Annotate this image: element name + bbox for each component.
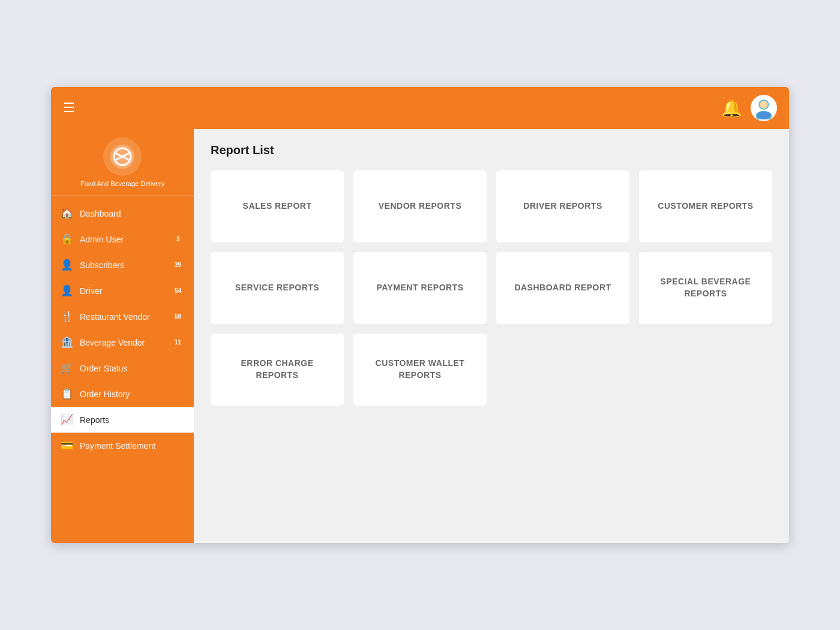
- sidebar-item-payment-settlement[interactable]: 💳Payment Settlement: [51, 433, 194, 458]
- beverage-vendor-icon: 🏦: [61, 336, 73, 349]
- report-card-label-customer-reports: CUSTOMER REPORTS: [658, 200, 753, 212]
- report-card-label-error-charge-reports: ERROR CHARGE REPORTS: [220, 358, 334, 381]
- sidebar-label-payment-settlement: Payment Settlement: [80, 441, 184, 451]
- sidebar-item-order-history[interactable]: 📋Order History: [51, 381, 194, 407]
- sidebar-label-subscribers: Subscribers: [80, 260, 164, 270]
- dashboard-icon: 🏠: [61, 207, 73, 220]
- report-card-label-service-reports: SERVICE REPORTS: [235, 282, 319, 294]
- sidebar: Food And Beverage Delivery 🏠Dashboard🔒Ad…: [51, 129, 194, 543]
- report-card-dashboard-report[interactable]: DASHBOARD REPORT: [496, 252, 629, 324]
- svg-point-3: [757, 112, 771, 119]
- sidebar-item-driver[interactable]: 👤Driver54: [51, 278, 194, 304]
- sidebar-item-order-status[interactable]: 🛒Order Status: [51, 355, 194, 381]
- report-card-payment-reports[interactable]: PAYMENT REPORTS: [353, 252, 487, 324]
- sidebar-label-beverage-vendor: Beverage Vendor: [80, 338, 164, 347]
- report-card-empty2: [639, 334, 772, 406]
- hamburger-icon[interactable]: ☰: [63, 100, 75, 116]
- report-grid: SALES REPORTVENDOR REPORTSDRIVER REPORTS…: [211, 170, 772, 406]
- sidebar-label-order-status: Order Status: [80, 364, 184, 373]
- report-card-label-special-beverage-reports: SPECIAL BEVERAGE REPORTS: [649, 276, 763, 299]
- admin-user-icon: 🔒: [61, 233, 73, 245]
- app-name-label: Food And Beverage Delivery: [80, 179, 164, 188]
- sidebar-item-restaurant-vendor[interactable]: 🍴Restaurant Vendor58: [51, 304, 194, 329]
- report-card-service-reports[interactable]: SERVICE REPORTS: [211, 252, 344, 324]
- badge-beverage-vendor: 11: [172, 338, 184, 346]
- header-left: ☰: [63, 100, 75, 116]
- report-card-error-charge-reports[interactable]: ERROR CHARGE REPORTS: [211, 334, 344, 406]
- avatar[interactable]: [751, 95, 777, 121]
- main-content: Report List SALES REPORTVENDOR REPORTSDR…: [194, 129, 789, 543]
- sidebar-logo-area: Food And Beverage Delivery: [51, 129, 194, 196]
- badge-restaurant-vendor: 58: [172, 313, 184, 320]
- top-header: ☰ 🔔: [51, 87, 789, 129]
- app-body: Food And Beverage Delivery 🏠Dashboard🔒Ad…: [51, 129, 789, 543]
- report-card-special-beverage-reports[interactable]: SPECIAL BEVERAGE REPORTS: [639, 252, 772, 324]
- report-card-label-payment-reports: PAYMENT REPORTS: [376, 282, 463, 294]
- app-window: ☰ 🔔: [51, 87, 789, 543]
- report-card-driver-reports[interactable]: DRIVER REPORTS: [496, 170, 629, 242]
- driver-icon: 👤: [61, 284, 73, 297]
- sidebar-item-reports[interactable]: 📈Reports: [51, 407, 194, 433]
- report-card-customer-reports[interactable]: CUSTOMER REPORTS: [639, 170, 772, 242]
- badge-subscribers: 39: [172, 261, 184, 269]
- badge-driver: 54: [172, 287, 184, 295]
- sidebar-item-subscribers[interactable]: 👤Subscribers39: [51, 252, 194, 278]
- page-title: Report List: [211, 143, 772, 157]
- order-history-icon: 📋: [61, 388, 73, 400]
- header-right: 🔔: [721, 95, 777, 121]
- sidebar-label-order-history: Order History: [80, 389, 184, 399]
- restaurant-vendor-icon: 🍴: [61, 310, 73, 323]
- sidebar-item-admin-user[interactable]: 🔒Admin User5: [51, 226, 194, 252]
- report-card-label-driver-reports: DRIVER REPORTS: [523, 200, 602, 212]
- sidebar-label-restaurant-vendor: Restaurant Vendor: [80, 312, 164, 322]
- reports-icon: 📈: [61, 413, 73, 426]
- sidebar-item-dashboard[interactable]: 🏠Dashboard: [51, 200, 194, 226]
- report-card-sales-report[interactable]: SALES REPORT: [211, 170, 344, 242]
- report-card-empty1: [496, 334, 629, 406]
- badge-admin-user: 5: [172, 235, 184, 243]
- bell-icon[interactable]: 🔔: [721, 98, 742, 118]
- report-card-vendor-reports[interactable]: VENDOR REPORTS: [353, 170, 487, 242]
- order-status-icon: 🛒: [61, 362, 73, 374]
- sidebar-label-driver: Driver: [80, 286, 164, 296]
- sidebar-label-reports: Reports: [80, 415, 184, 425]
- sidebar-label-admin-user: Admin User: [80, 235, 165, 244]
- payment-settlement-icon: 💳: [61, 439, 73, 452]
- sidebar-item-beverage-vendor[interactable]: 🏦Beverage Vendor11: [51, 329, 194, 355]
- sidebar-nav: 🏠Dashboard🔒Admin User5👤Subscribers39👤Dri…: [51, 196, 194, 543]
- report-card-customer-wallet-reports[interactable]: CUSTOMER WALLET REPORTS: [353, 334, 487, 406]
- report-card-label-customer-wallet-reports: CUSTOMER WALLET REPORTS: [363, 358, 477, 381]
- report-card-label-vendor-reports: VENDOR REPORTS: [379, 200, 461, 212]
- logo-circle: [103, 137, 142, 176]
- sidebar-label-dashboard: Dashboard: [80, 209, 184, 218]
- report-card-label-sales-report: SALES REPORT: [243, 200, 312, 212]
- report-card-label-dashboard-report: DASHBOARD REPORT: [514, 282, 611, 294]
- subscribers-icon: 👤: [61, 259, 73, 271]
- svg-point-2: [760, 101, 767, 109]
